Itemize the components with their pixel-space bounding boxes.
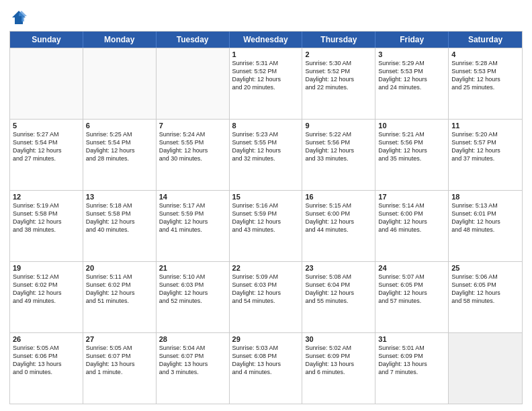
day-info-text: Sunrise: 5:17 AM Sunset: 5:59 PM Dayligh… xyxy=(159,201,226,234)
day-info-text: Sunrise: 5:15 AM Sunset: 6:00 PM Dayligh… xyxy=(305,201,372,234)
day-number: 29 xyxy=(232,335,300,343)
header-cell-sunday: Sunday xyxy=(10,32,83,48)
day-cell-19: 19Sunrise: 5:12 AM Sunset: 6:02 PM Dayli… xyxy=(10,262,83,332)
day-info-text: Sunrise: 5:20 AM Sunset: 5:57 PM Dayligh… xyxy=(451,130,519,163)
day-cell-2: 2Sunrise: 5:30 AM Sunset: 5:52 PM Daylig… xyxy=(302,48,375,119)
header-cell-friday: Friday xyxy=(375,32,449,48)
logo xyxy=(9,8,31,27)
day-cell-7: 7Sunrise: 5:24 AM Sunset: 5:55 PM Daylig… xyxy=(157,120,230,190)
day-cell-11: 11Sunrise: 5:20 AM Sunset: 5:57 PM Dayli… xyxy=(449,120,522,190)
day-number: 12 xyxy=(13,193,80,201)
day-cell-21: 21Sunrise: 5:10 AM Sunset: 6:03 PM Dayli… xyxy=(157,262,230,332)
day-cell-28: 28Sunrise: 5:04 AM Sunset: 6:07 PM Dayli… xyxy=(157,333,230,404)
day-cell-18: 18Sunrise: 5:13 AM Sunset: 6:01 PM Dayli… xyxy=(449,191,522,261)
day-info-text: Sunrise: 5:19 AM Sunset: 5:58 PM Dayligh… xyxy=(13,201,80,234)
day-cell-3: 3Sunrise: 5:29 AM Sunset: 5:53 PM Daylig… xyxy=(375,48,449,119)
day-cell-31: 31Sunrise: 5:01 AM Sunset: 6:09 PM Dayli… xyxy=(375,333,449,404)
day-number: 8 xyxy=(232,122,300,130)
calendar: SundayMondayTuesdayWednesdayThursdayFrid… xyxy=(9,31,523,404)
day-number: 4 xyxy=(451,50,519,58)
day-cell-27: 27Sunrise: 5:05 AM Sunset: 6:07 PM Dayli… xyxy=(83,333,157,404)
day-cell-15: 15Sunrise: 5:16 AM Sunset: 5:59 PM Dayli… xyxy=(230,191,303,261)
day-number: 5 xyxy=(13,122,80,130)
day-number: 24 xyxy=(378,264,445,272)
header-cell-thursday: Thursday xyxy=(302,32,375,48)
day-number: 23 xyxy=(305,264,372,272)
calendar-header-row: SundayMondayTuesdayWednesdayThursdayFrid… xyxy=(10,32,522,48)
logo-icon xyxy=(9,8,28,27)
day-info-text: Sunrise: 5:29 AM Sunset: 5:53 PM Dayligh… xyxy=(378,59,445,92)
day-cell-25: 25Sunrise: 5:06 AM Sunset: 6:05 PM Dayli… xyxy=(449,262,522,332)
day-cell-6: 6Sunrise: 5:25 AM Sunset: 5:54 PM Daylig… xyxy=(83,120,157,190)
calendar-row-4: 19Sunrise: 5:12 AM Sunset: 6:02 PM Dayli… xyxy=(10,261,522,332)
header-cell-saturday: Saturday xyxy=(449,32,522,48)
header-cell-wednesday: Wednesday xyxy=(230,32,303,48)
day-cell-9: 9Sunrise: 5:22 AM Sunset: 5:56 PM Daylig… xyxy=(302,120,375,190)
day-cell-22: 22Sunrise: 5:09 AM Sunset: 6:03 PM Dayli… xyxy=(230,262,303,332)
day-number: 26 xyxy=(13,335,80,343)
day-number: 3 xyxy=(378,50,445,58)
day-number: 2 xyxy=(305,50,372,58)
day-info-text: Sunrise: 5:01 AM Sunset: 6:09 PM Dayligh… xyxy=(378,344,445,377)
day-cell-8: 8Sunrise: 5:23 AM Sunset: 5:55 PM Daylig… xyxy=(230,120,303,190)
day-number: 11 xyxy=(451,122,519,130)
day-info-text: Sunrise: 5:05 AM Sunset: 6:06 PM Dayligh… xyxy=(13,344,80,377)
day-cell-1: 1Sunrise: 5:31 AM Sunset: 5:52 PM Daylig… xyxy=(230,48,303,119)
day-number: 31 xyxy=(378,335,445,343)
header-cell-tuesday: Tuesday xyxy=(157,32,230,48)
calendar-row-1: 1Sunrise: 5:31 AM Sunset: 5:52 PM Daylig… xyxy=(10,48,522,119)
day-info-text: Sunrise: 5:16 AM Sunset: 5:59 PM Dayligh… xyxy=(232,201,300,234)
day-number: 27 xyxy=(86,335,153,343)
day-info-text: Sunrise: 5:27 AM Sunset: 5:54 PM Dayligh… xyxy=(13,130,80,163)
day-cell-12: 12Sunrise: 5:19 AM Sunset: 5:58 PM Dayli… xyxy=(10,191,83,261)
day-cell-14: 14Sunrise: 5:17 AM Sunset: 5:59 PM Dayli… xyxy=(157,191,230,261)
day-info-text: Sunrise: 5:07 AM Sunset: 6:05 PM Dayligh… xyxy=(378,273,445,306)
day-cell-23: 23Sunrise: 5:08 AM Sunset: 6:04 PM Dayli… xyxy=(302,262,375,332)
day-cell-4: 4Sunrise: 5:28 AM Sunset: 5:53 PM Daylig… xyxy=(449,48,522,119)
empty-cell-r0c2 xyxy=(157,48,230,119)
day-number: 1 xyxy=(232,50,300,58)
day-cell-20: 20Sunrise: 5:11 AM Sunset: 6:02 PM Dayli… xyxy=(83,262,157,332)
day-number: 7 xyxy=(159,122,226,130)
day-number: 25 xyxy=(451,264,519,272)
empty-cell-r0c1 xyxy=(83,48,157,119)
calendar-row-3: 12Sunrise: 5:19 AM Sunset: 5:58 PM Dayli… xyxy=(10,190,522,261)
day-number: 16 xyxy=(305,193,372,201)
day-cell-30: 30Sunrise: 5:02 AM Sunset: 6:09 PM Dayli… xyxy=(302,333,375,404)
day-number: 10 xyxy=(378,122,445,130)
empty-cell-r4c6 xyxy=(449,333,522,404)
day-info-text: Sunrise: 5:24 AM Sunset: 5:55 PM Dayligh… xyxy=(159,130,226,163)
day-number: 20 xyxy=(86,264,153,272)
day-number: 21 xyxy=(159,264,226,272)
day-info-text: Sunrise: 5:23 AM Sunset: 5:55 PM Dayligh… xyxy=(232,130,300,163)
calendar-row-5: 26Sunrise: 5:05 AM Sunset: 6:06 PM Dayli… xyxy=(10,332,522,404)
calendar-row-2: 5Sunrise: 5:27 AM Sunset: 5:54 PM Daylig… xyxy=(10,119,522,190)
day-cell-24: 24Sunrise: 5:07 AM Sunset: 6:05 PM Dayli… xyxy=(375,262,449,332)
day-cell-17: 17Sunrise: 5:14 AM Sunset: 6:00 PM Dayli… xyxy=(375,191,449,261)
calendar-body: 1Sunrise: 5:31 AM Sunset: 5:52 PM Daylig… xyxy=(10,48,522,404)
day-info-text: Sunrise: 5:30 AM Sunset: 5:52 PM Dayligh… xyxy=(305,59,372,92)
page: SundayMondayTuesdayWednesdayThursdayFrid… xyxy=(0,0,532,411)
day-info-text: Sunrise: 5:02 AM Sunset: 6:09 PM Dayligh… xyxy=(305,344,372,377)
day-cell-26: 26Sunrise: 5:05 AM Sunset: 6:06 PM Dayli… xyxy=(10,333,83,404)
day-number: 13 xyxy=(86,193,153,201)
day-number: 6 xyxy=(86,122,153,130)
day-info-text: Sunrise: 5:08 AM Sunset: 6:04 PM Dayligh… xyxy=(305,273,372,306)
day-info-text: Sunrise: 5:14 AM Sunset: 6:00 PM Dayligh… xyxy=(378,201,445,234)
header xyxy=(9,7,523,27)
day-info-text: Sunrise: 5:03 AM Sunset: 6:08 PM Dayligh… xyxy=(232,344,300,377)
day-number: 22 xyxy=(232,264,300,272)
day-info-text: Sunrise: 5:13 AM Sunset: 6:01 PM Dayligh… xyxy=(451,201,519,234)
day-info-text: Sunrise: 5:06 AM Sunset: 6:05 PM Dayligh… xyxy=(451,273,519,306)
day-cell-29: 29Sunrise: 5:03 AM Sunset: 6:08 PM Dayli… xyxy=(230,333,303,404)
day-info-text: Sunrise: 5:05 AM Sunset: 6:07 PM Dayligh… xyxy=(86,344,153,377)
day-cell-16: 16Sunrise: 5:15 AM Sunset: 6:00 PM Dayli… xyxy=(302,191,375,261)
day-number: 14 xyxy=(159,193,226,201)
day-info-text: Sunrise: 5:22 AM Sunset: 5:56 PM Dayligh… xyxy=(305,130,372,163)
day-info-text: Sunrise: 5:04 AM Sunset: 6:07 PM Dayligh… xyxy=(159,344,226,377)
header-cell-monday: Monday xyxy=(83,32,157,48)
day-cell-10: 10Sunrise: 5:21 AM Sunset: 5:56 PM Dayli… xyxy=(375,120,449,190)
day-info-text: Sunrise: 5:11 AM Sunset: 6:02 PM Dayligh… xyxy=(86,273,153,306)
day-info-text: Sunrise: 5:25 AM Sunset: 5:54 PM Dayligh… xyxy=(86,130,153,163)
day-cell-5: 5Sunrise: 5:27 AM Sunset: 5:54 PM Daylig… xyxy=(10,120,83,190)
